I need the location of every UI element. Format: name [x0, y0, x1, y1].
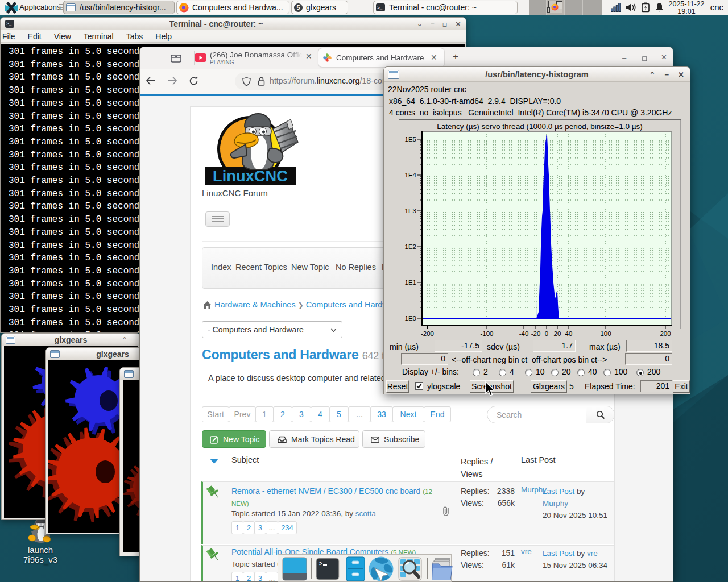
svg-text:1E2: 1E2	[405, 243, 416, 250]
svg-text:-200: -200	[421, 330, 434, 337]
svg-text:20: 20	[554, 330, 561, 337]
svg-text:200: 200	[660, 330, 671, 337]
svg-text:>: >	[319, 561, 322, 567]
svg-text:-40: -40	[519, 330, 529, 337]
svg-text:Latency (µs) servo thread (100: Latency (µs) servo thread (1000.0 µs per…	[437, 122, 642, 131]
svg-text:LinuxCNC: LinuxCNC	[213, 168, 288, 185]
svg-text:0: 0	[545, 330, 548, 337]
svg-text:1E5: 1E5	[405, 136, 416, 143]
svg-text:1E1: 1E1	[405, 279, 416, 286]
svg-text:100: 100	[600, 330, 611, 337]
svg-text:40: 40	[565, 330, 573, 337]
svg-text:1E3: 1E3	[405, 207, 416, 214]
svg-text:1E4: 1E4	[405, 172, 417, 178]
svg-text:1E0: 1E0	[405, 315, 416, 322]
svg-text:-20: -20	[531, 330, 541, 337]
svg-text:-100: -100	[480, 330, 493, 337]
